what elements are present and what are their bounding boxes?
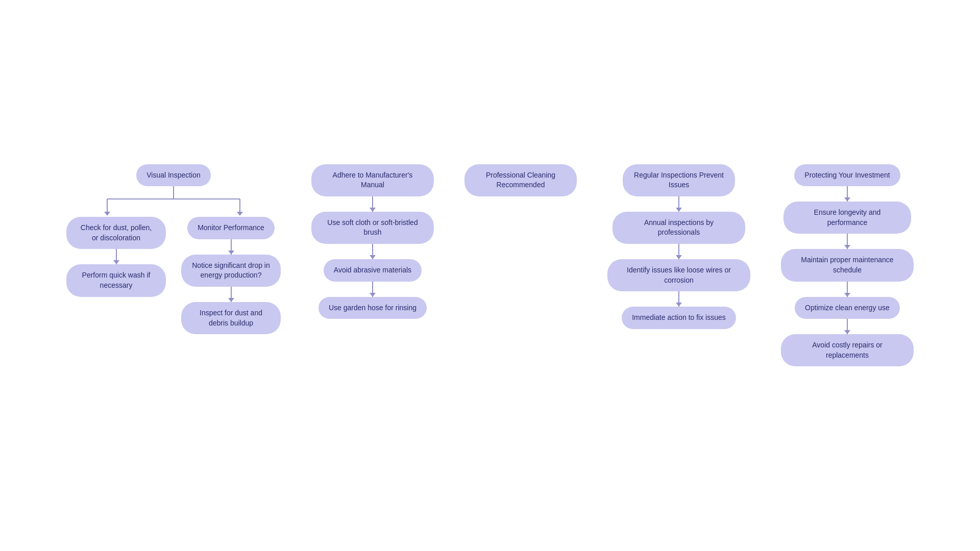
node-maintenance-schedule: Maintain proper maintenance schedule (781, 249, 914, 281)
arrow-manual3 (372, 282, 373, 297)
tree-manufacturers-manual: Adhere to Manufacturer's Manual Use soft… (311, 164, 434, 319)
node-garden-hose: Use garden hose for rinsing (318, 297, 427, 319)
arrow-inv3 (847, 282, 848, 297)
svg-marker-5 (237, 212, 243, 216)
tree1-branches: Check for dust, pollen, or discoloration… (66, 217, 281, 334)
node-monitor-performance: Monitor Performance (187, 217, 275, 239)
branch-left: Check for dust, pollen, or discoloration… (66, 217, 166, 296)
arrow-manual2 (372, 244, 373, 259)
diagram-container: Visual Inspection Check for dust, pollen… (46, 144, 934, 387)
node-annual-inspections: Annual inspections by professionals (612, 212, 745, 244)
arrow-reg2 (678, 244, 679, 259)
node-professional-cleaning: Professional Cleaning Recommended (464, 164, 577, 196)
node-quick-wash: Perform quick wash if necessary (66, 264, 166, 296)
node-check-dust: Check for dust, pollen, or discoloration (66, 217, 166, 249)
tree-professional-cleaning: Professional Cleaning Recommended (464, 164, 577, 196)
branch-connector-svg (66, 186, 281, 217)
tree-visual-inspection: Visual Inspection Check for dust, pollen… (66, 164, 281, 335)
node-avoid-abrasive: Avoid abrasive materials (324, 259, 422, 282)
node-avoid-repairs: Avoid costly repairs or replacements (781, 334, 914, 366)
node-manufacturers-manual: Adhere to Manufacturer's Manual (311, 164, 434, 196)
node-identify-issues: Identify issues like loose wires or corr… (607, 259, 750, 291)
arrow-energy (231, 287, 232, 302)
arrow-monitor (231, 239, 232, 255)
tree1-top: Visual Inspection (66, 164, 281, 217)
node-optimize-energy: Optimize clean energy use (795, 297, 900, 319)
node-regular-inspections: Regular Inspections Prevent Issues (623, 164, 735, 196)
arrow-inv2 (847, 234, 848, 249)
node-immediate-action: Immediate action to fix issues (622, 307, 736, 329)
arrow-reg3 (678, 291, 679, 307)
node-energy-drop: Notice significant drop in energy produc… (181, 255, 281, 287)
tree-regular-inspections: Regular Inspections Prevent Issues Annua… (607, 164, 750, 329)
arrow-reg1 (678, 196, 679, 212)
node-soft-cloth: Use soft cloth or soft-bristled brush (311, 212, 434, 244)
node-longevity: Ensure longevity and performance (783, 202, 911, 234)
svg-marker-3 (104, 212, 110, 216)
arrow-check-dust (116, 249, 117, 264)
node-protecting-investment: Protecting Your Investment (794, 164, 900, 187)
arrow-inv4 (847, 319, 848, 334)
arrow-manual1 (372, 196, 373, 212)
branch-right: Monitor Performance Notice significant d… (181, 217, 281, 334)
tree-protecting-investment: Protecting Your Investment Ensure longev… (781, 164, 914, 367)
node-visual-inspection: Visual Inspection (136, 164, 211, 187)
node-inspect-dust: Inspect for dust and debris buildup (181, 302, 281, 334)
arrow-inv1 (847, 186, 848, 202)
